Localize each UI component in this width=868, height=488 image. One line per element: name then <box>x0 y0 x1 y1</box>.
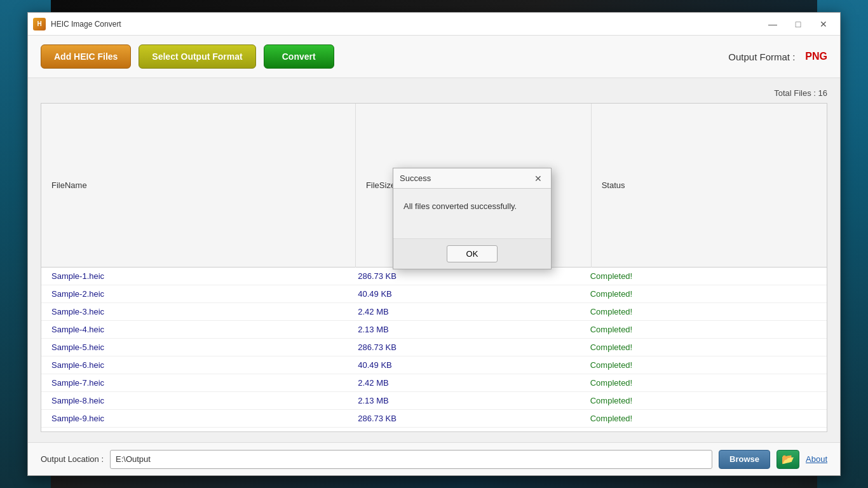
output-format-label: Output Format : <box>728 51 795 62</box>
cell-filename: Sample-4.heic <box>41 321 348 339</box>
window-controls: — □ ✕ <box>761 15 835 33</box>
app-icon: H <box>33 18 46 30</box>
minimize-icon: — <box>768 19 777 29</box>
cell-status: Completed! <box>580 268 827 285</box>
cell-filename: Sample-1.heic <box>41 268 348 285</box>
cell-status: Completed! <box>580 339 827 356</box>
modal-title-bar: Success ✕ <box>393 168 551 189</box>
cell-status: Completed! <box>580 356 827 374</box>
cell-filesize: 2.42 MB <box>348 303 580 321</box>
cell-status: Completed! <box>580 374 827 392</box>
main-window: H HEIC Image Convert — □ ✕ Add HEIC File… <box>27 12 841 476</box>
cell-filename: Sample-6.heic <box>41 356 348 374</box>
toolbar: Add HEIC Files Select Output Format Conv… <box>28 36 840 78</box>
minimize-button[interactable]: — <box>761 15 784 33</box>
maximize-icon: □ <box>796 19 801 29</box>
cell-filename: Sample-9.heic <box>41 410 348 428</box>
modal-body: All files converted successfully. <box>393 189 551 238</box>
cell-filename: Sample-8.heic <box>41 392 348 410</box>
cell-filesize: 2.42 MB <box>348 374 580 392</box>
output-location-input[interactable] <box>110 450 712 469</box>
cell-filename: Sample-2.heic <box>41 285 348 303</box>
cell-status: Completed! <box>580 392 827 410</box>
cell-status: Completed! <box>580 410 827 428</box>
table-row: Sample-5.heic286.73 KBCompleted! <box>41 339 827 356</box>
open-folder-button[interactable]: 📂 <box>776 450 799 469</box>
cell-filesize: 286.73 KB <box>348 339 580 356</box>
cell-filesize: 40.49 KB <box>348 356 580 374</box>
add-heic-files-button[interactable]: Add HEIC Files <box>41 44 131 69</box>
table-row: Sample-9.heic286.73 KBCompleted! <box>41 410 827 428</box>
output-format-value: PNG <box>805 51 827 62</box>
file-data-table: Sample-1.heic286.73 KBCompleted!Sample-2… <box>41 268 827 431</box>
column-status: Status <box>591 104 827 268</box>
success-modal: Success ✕ All files converted successful… <box>393 168 552 269</box>
maximize-button[interactable]: □ <box>787 15 810 33</box>
file-table-body: Sample-1.heic286.73 KBCompleted!Sample-2… <box>41 268 827 431</box>
table-scroll-area[interactable]: Sample-1.heic286.73 KBCompleted!Sample-2… <box>41 268 827 431</box>
cell-filesize: 286.73 KB <box>348 268 580 285</box>
modal-ok-button[interactable]: OK <box>447 245 498 262</box>
cell-status: Completed! <box>580 321 827 339</box>
output-location-label: Output Location : <box>41 454 104 464</box>
footer: Output Location : Browse 📂 About <box>28 442 840 475</box>
close-icon: ✕ <box>820 19 827 29</box>
browse-button[interactable]: Browse <box>719 450 770 469</box>
table-row: Sample-10.heic40.49 KBCompleted! <box>41 428 827 431</box>
select-output-format-button[interactable]: Select Output Format <box>139 44 255 69</box>
table-row: Sample-7.heic2.42 MBCompleted! <box>41 374 827 392</box>
cell-filesize: 2.13 MB <box>348 392 580 410</box>
cell-filesize: 40.49 KB <box>348 285 580 303</box>
table-row: Sample-2.heic40.49 KBCompleted! <box>41 285 827 303</box>
cell-filename: Sample-3.heic <box>41 303 348 321</box>
cell-status: Completed! <box>580 303 827 321</box>
title-bar: H HEIC Image Convert — □ ✕ <box>28 13 840 36</box>
table-row: Sample-8.heic2.13 MBCompleted! <box>41 392 827 410</box>
modal-close-icon: ✕ <box>534 173 542 184</box>
convert-button[interactable]: Convert <box>264 44 334 69</box>
cell-filesize: 2.13 MB <box>348 321 580 339</box>
modal-message: All files converted successfully. <box>403 201 517 211</box>
about-link[interactable]: About <box>806 454 827 464</box>
cell-status: Completed! <box>580 285 827 303</box>
modal-footer: OK <box>393 238 551 269</box>
close-button[interactable]: ✕ <box>812 15 835 33</box>
folder-icon: 📂 <box>782 453 794 465</box>
cell-filename: Sample-5.heic <box>41 339 348 356</box>
window-title: HEIC Image Convert <box>51 20 121 29</box>
cell-filesize: 40.49 KB <box>348 428 580 431</box>
modal-close-button[interactable]: ✕ <box>532 172 545 185</box>
cell-status: Completed! <box>580 428 827 431</box>
cell-filename: Sample-10.heic <box>41 428 348 431</box>
table-row: Sample-3.heic2.42 MBCompleted! <box>41 303 827 321</box>
cell-filesize: 286.73 KB <box>348 410 580 428</box>
table-row: Sample-6.heic40.49 KBCompleted! <box>41 356 827 374</box>
title-bar-left: H HEIC Image Convert <box>33 18 121 30</box>
modal-title: Success <box>400 173 431 183</box>
cell-filename: Sample-7.heic <box>41 374 348 392</box>
table-row: Sample-1.heic286.73 KBCompleted! <box>41 268 827 285</box>
table-row: Sample-4.heic2.13 MBCompleted! <box>41 321 827 339</box>
total-files-label: Total Files : 16 <box>41 88 827 98</box>
column-filename: FileName <box>41 104 355 268</box>
